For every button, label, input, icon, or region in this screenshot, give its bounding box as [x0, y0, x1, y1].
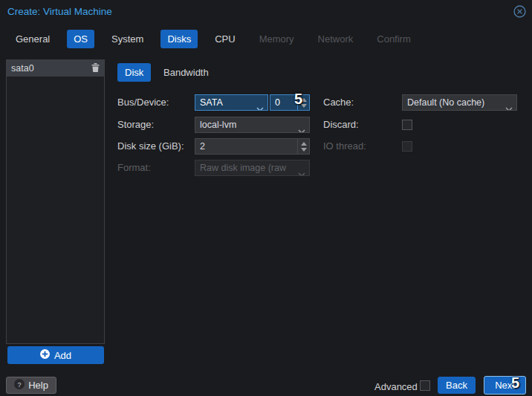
disk-size-spinner[interactable]: 2	[195, 138, 310, 155]
chevron-down-icon	[298, 166, 305, 176]
spinner-down-icon[interactable]	[301, 104, 307, 108]
tab-general[interactable]: General	[9, 30, 56, 48]
io-thread-checkbox	[402, 141, 412, 152]
tab-os[interactable]: OS	[67, 30, 94, 48]
storage-label: Storage:	[117, 117, 154, 133]
tab-memory: Memory	[253, 30, 301, 48]
spinner-arrows[interactable]	[297, 95, 309, 110]
spinner-up-icon[interactable]	[301, 142, 307, 146]
disk-size-label: Disk size (GiB):	[117, 138, 184, 155]
create-vm-dialog: Create: Virtual Machine General OS Syste…	[0, 0, 532, 396]
bus-device-label: Bus/Device:	[117, 94, 169, 111]
subtab-disk[interactable]: Disk	[117, 63, 151, 82]
wizard-tabbar: General OS System Disks CPU Memory Netwo…	[9, 30, 418, 48]
storage-value: local-lvm	[200, 120, 236, 130]
spinner-up-icon[interactable]	[301, 98, 307, 102]
trash-icon[interactable]	[91, 63, 100, 74]
storage-combo[interactable]: local-lvm	[195, 117, 310, 133]
help-button-label: Help	[28, 380, 48, 391]
bus-number-spinner[interactable]: 0	[270, 94, 310, 111]
cache-combo[interactable]: Default (No cache)	[402, 94, 517, 111]
tab-disks[interactable]: Disks	[160, 30, 198, 48]
dialog-title: Create: Virtual Machine	[7, 6, 112, 17]
tab-confirm: Confirm	[370, 30, 418, 48]
format-label: Format:	[117, 160, 151, 176]
discard-label: Discard:	[323, 117, 359, 133]
tab-network: Network	[311, 30, 360, 48]
disk-list-item-sata0[interactable]: sata0	[7, 60, 104, 77]
advanced-label: Advanced	[374, 381, 418, 392]
discard-checkbox[interactable]	[402, 120, 412, 130]
add-disk-button[interactable]: Add	[7, 346, 104, 364]
chevron-down-icon	[505, 101, 513, 111]
advanced-checkbox[interactable]	[420, 380, 430, 391]
close-icon[interactable]	[513, 5, 526, 21]
format-combo: Raw disk image (raw	[195, 160, 310, 176]
plus-circle-icon	[40, 349, 50, 361]
bus-device-value: SATA	[200, 97, 223, 108]
help-button[interactable]: ? Help	[6, 377, 56, 394]
disk-list-panel: sata0	[6, 59, 105, 344]
cache-value: Default (No cache)	[407, 97, 484, 108]
bus-number-value: 0	[275, 97, 280, 108]
disk-size-value: 2	[200, 141, 205, 152]
subtab-bandwidth[interactable]: Bandwidth	[156, 63, 216, 82]
chevron-down-icon	[298, 123, 305, 133]
add-button-label: Add	[54, 350, 71, 361]
cache-label: Cache:	[323, 94, 354, 111]
disk-item-label: sata0	[11, 63, 34, 74]
chevron-down-icon	[256, 101, 264, 111]
back-button[interactable]: Back	[438, 377, 476, 394]
question-circle-icon: ?	[14, 379, 25, 392]
format-value: Raw disk image (raw	[200, 163, 286, 173]
svg-text:?: ?	[18, 381, 22, 389]
spinner-arrows[interactable]	[297, 139, 309, 154]
bus-device-combo[interactable]: SATA	[195, 94, 268, 111]
tab-system[interactable]: System	[105, 30, 150, 48]
tab-cpu[interactable]: CPU	[208, 30, 241, 48]
next-button[interactable]: Next	[484, 376, 526, 395]
io-thread-label: IO thread:	[323, 138, 366, 155]
spinner-down-icon[interactable]	[301, 148, 307, 152]
